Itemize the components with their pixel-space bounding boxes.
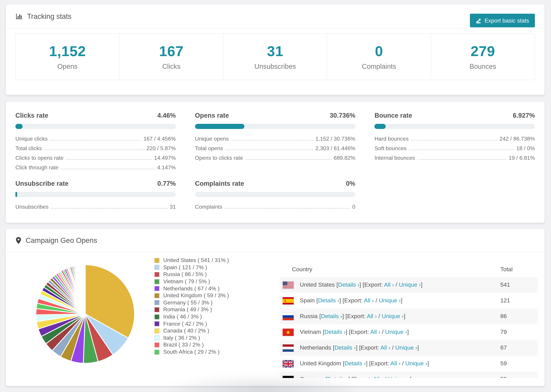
rate-block: Complaints rate 0% Complaints 0 [195,180,355,210]
export-unique-link[interactable]: Unique › [388,376,410,378]
export-basic-stats-button[interactable]: Export basic stats [470,14,535,27]
legend-label: Russia ( 86 / 5% ) [163,271,207,278]
map-pin-icon [15,237,21,244]
table-body: United States [Details ›] [Export: All ›… [280,277,538,378]
flag-es-icon [282,297,294,305]
legend-label: Spain ( 121 / 7% ) [163,264,207,271]
rate-block: Clicks rate 4.46% Unique clicks 167 / 4.… [15,112,176,171]
stat-cell: 167 Clicks [120,34,224,80]
rate-row-value: 1,152 / 30.736% [316,136,355,142]
table-row: Spain [Details ›] [Export: All › / Uniqu… [280,293,538,308]
geo-pie-chart [35,263,136,365]
rate-row-leader [245,159,331,160]
flag-de-icon [282,375,294,378]
country-links: [Details ›] [Export: All › / Unique ›] [336,281,423,288]
legend-item: Romania ( 49 / 3% ) [154,306,229,313]
legend-item: Netherlands ( 67 / 4% ) [154,285,229,292]
rate-row: Unique clicks 167 / 4.456% [15,133,176,142]
rate-block: Bounce rate 6.927% Hard bounces 242 / 86… [374,112,535,171]
rate-title: Clicks rate [15,112,48,119]
rates-row-top: Clicks rate 4.46% Unique clicks 167 / 4.… [15,112,535,171]
rate-title: Opens rate [195,112,229,119]
stat-label: Complaints [362,63,396,70]
details-link[interactable]: Details › [321,313,342,320]
total-value: 541 [500,281,510,288]
legend-swatch [154,293,160,298]
legend-item: South Africa ( 29 / 2% ) [154,348,229,355]
rate-row-leader [411,140,497,140]
legend-label: United States ( 541 / 31% ) [163,257,229,264]
export-unique-link[interactable]: Unique › [382,313,404,320]
export-unique-link[interactable]: Unique › [395,344,417,351]
export-unique-link[interactable]: Unique › [385,329,407,335]
rates-card: Clicks rate 4.46% Unique clicks 167 / 4.… [6,101,545,223]
rate-progress-fill [15,124,23,129]
details-link[interactable]: Details › [318,297,339,304]
rate-row-value: 689.82% [334,155,355,161]
export-all-link[interactable]: All › [367,313,377,320]
rate-value: 4.46% [157,112,176,119]
flag-ru-icon [282,313,294,320]
total-value: 67 [500,344,507,351]
rate-row-label: Hard bounces [374,136,409,142]
country-name: Russia [300,313,318,320]
rate-progress-fill [374,124,386,129]
country-links: [Details ›] [Export: All › / Unique ›] [325,376,411,378]
rate-row-leader [409,149,514,150]
country-links: [Details ›] [Export: All › / Unique ›] [333,344,419,351]
details-link[interactable]: Details › [338,281,360,288]
rate-row-label: Soft bounces [374,145,407,152]
geo-legend: United States ( 541 / 31% ) Spain ( 121 … [154,257,229,356]
export-all-link[interactable]: All › [390,360,401,367]
details-link[interactable]: Details › [335,344,356,351]
export-unique-link[interactable]: Unique › [379,297,401,304]
export-all-link[interactable]: All › [380,344,390,351]
tracking-stats-card: Tracking stats Export basic stats 1,152 … [6,4,545,95]
country-links: [Details ›] [Export: All › / Unique ›] [343,360,429,367]
export-all-link[interactable]: All › [373,376,383,378]
table-row: Germany [Details ›] [Export: All › / Uni… [280,371,538,378]
stat-value: 1,152 [49,43,86,59]
rate-row-value: 18 / 0% [516,145,535,152]
rate-row-leader [50,140,141,140]
details-link[interactable]: Details › [327,376,348,378]
export-all-link[interactable]: All › [384,281,394,288]
column-header-total: Total [500,266,513,273]
country-name: Spain [300,297,315,304]
table-row: United Kingdom [Details ›] [Export: All … [280,356,538,371]
rate-row: Total clicks 220 / 5.87% [15,142,176,152]
export-unique-link[interactable]: Unique › [399,281,421,288]
total-value: 55 [500,376,507,378]
details-link[interactable]: Details › [325,329,346,335]
total-value: 86 [500,313,507,320]
details-link[interactable]: Details › [345,360,366,367]
stat-cell: 31 Unsubscribes [224,34,327,80]
country-links: [Details ›] [Export: All › / Unique ›] [316,297,403,304]
legend-item: Germany ( 55 / 3% ) [154,299,229,306]
rate-row-value: 19 / 6.81% [509,155,535,161]
country-name: Vietnam [300,329,321,336]
rate-row-leader [51,208,167,209]
flag-gb-icon [282,360,294,368]
dashboard-page: Tracking stats Export basic stats 1,152 … [0,0,551,392]
tracking-stats-header: Tracking stats [6,4,544,29]
country-name: United Kingdom [300,360,341,367]
column-header-country: Country [292,266,312,273]
flag-vn-icon [282,328,294,336]
legend-item: Spain ( 121 / 7% ) [154,264,229,271]
export-all-link[interactable]: All › [370,329,380,335]
stat-value: 279 [471,43,495,59]
rate-title: Complaints rate [195,180,244,188]
export-all-link[interactable]: All › [364,297,374,304]
legend-item: Brazil ( 33 / 2% ) [154,341,229,348]
rate-row-leader [66,159,152,160]
rate-row-value: 2,303 / 61.446% [316,145,355,152]
legend-label: South Africa ( 29 / 2% ) [163,349,219,355]
table-row: United States [Details ›] [Export: All ›… [280,277,538,293]
rate-progress [15,124,176,129]
rate-row-label: Unique clicks [15,136,48,142]
rate-row-label: Click through rate [15,165,58,171]
export-unique-link[interactable]: Unique › [405,360,427,367]
pie-slice[interactable] [85,265,85,314]
legend-swatch [154,272,160,277]
